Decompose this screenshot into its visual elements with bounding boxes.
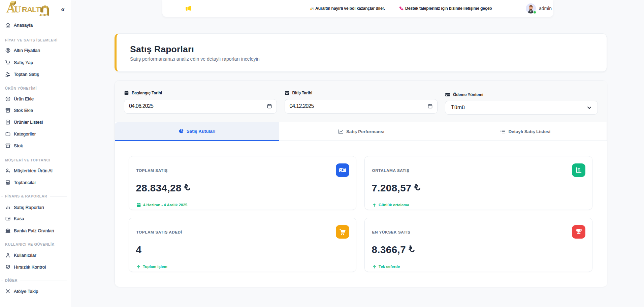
svg-text:.com: .com: [39, 12, 49, 17]
svg-text:U: U: [14, 4, 21, 14]
